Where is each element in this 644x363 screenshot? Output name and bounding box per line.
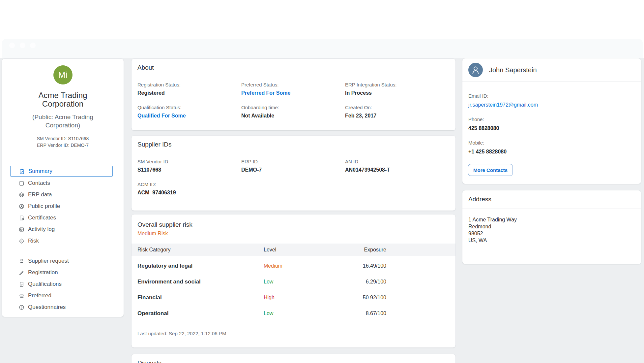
risk-level: Medium — [264, 263, 349, 269]
field-an-id: AN ID: AN01473942508-T — [345, 159, 450, 173]
address-line-country: US, WA — [468, 237, 635, 244]
field-value: S1107668 — [137, 167, 241, 173]
sidebar-item-label: Questionnaires — [28, 304, 66, 311]
primary-contact-card: John Saperstein Email ID: jr.saperstein1… — [462, 58, 641, 184]
sidebar-item-registration[interactable]: Registration — [10, 268, 113, 278]
field-acm-id: ACM ID: ACM_97406319 — [137, 182, 241, 196]
risk-category: Regulatory and legal — [137, 263, 264, 269]
contact-email-group: Email ID: jr.saperstein1972@gmail.com — [468, 93, 635, 108]
sidebar-item-supplier-request[interactable]: Supplier request — [10, 256, 113, 266]
risk-card-header: Overall supplier risk Medium Risk — [132, 214, 455, 244]
sidebar-item-erp-data[interactable]: ERP data — [10, 190, 113, 200]
about-title: About — [137, 64, 450, 71]
qualifications-icon — [19, 281, 24, 287]
contact-mobile-label: Mobile: — [468, 140, 635, 146]
field-qualification-status: Qualification Status: Qualified For Some — [137, 105, 241, 119]
about-fields: Registration Status: Registered Preferre… — [132, 75, 455, 125]
sidebar-item-label: Public profile — [28, 203, 60, 210]
registration-icon — [19, 270, 24, 276]
sidebar-item-label: Risk — [28, 238, 39, 244]
contact-phone-label: Phone: — [468, 116, 635, 122]
risk-level: High — [264, 295, 349, 301]
erp-data-icon — [19, 192, 24, 198]
risk-level: Low — [264, 279, 349, 285]
sidebar-item-questionnaires[interactable]: ? Questionnaires — [10, 302, 113, 312]
sidebar-item-public-profile[interactable]: Public profile — [10, 201, 113, 211]
window-dot-3 — [30, 43, 36, 48]
column-risk-category: Risk Category — [137, 247, 264, 253]
diversity-card: Diversity — [132, 354, 455, 363]
supplier-ids-title: Supplier IDs — [137, 141, 450, 148]
sidebar-item-risk[interactable]: Risk — [10, 236, 113, 246]
field-label: Qualification Status: — [137, 105, 241, 110]
field-label: Onboarding time: — [241, 105, 345, 110]
risk-category: Financial — [137, 294, 264, 301]
diversity-title: Diversity — [137, 359, 450, 363]
address-line-zip: 98052 — [468, 230, 635, 237]
field-label: Preferred Status: — [241, 82, 345, 87]
field-sm-vendor-id: SM Vendor ID: S1107668 — [137, 159, 241, 173]
contact-email-link[interactable]: jr.saperstein1972@gmail.com — [468, 102, 635, 108]
risk-table-header: Risk Category Level Exposure — [132, 244, 455, 256]
field-erp-integration-status: ERP Integration Status: In Process — [345, 82, 450, 96]
field-onboarding-time: Onboarding time: Not Available — [241, 105, 345, 119]
contact-card-header: John Saperstein — [462, 58, 641, 82]
sidebar-divider — [2, 250, 124, 250]
more-contacts-button[interactable]: More Contacts — [468, 164, 513, 176]
sidebar-item-label: Supplier request — [28, 258, 69, 264]
field-created-on: Created On: Feb 23, 2017 — [345, 105, 450, 119]
field-label: ERP ID: — [241, 159, 345, 164]
window-dot-1 — [9, 43, 15, 48]
field-value: DEMO-7 — [241, 167, 345, 173]
sidebar-item-contacts[interactable]: Contacts — [10, 178, 113, 188]
field-value: ACM_97406319 — [137, 190, 241, 196]
sidebar-item-summary[interactable]: Summary — [10, 166, 113, 177]
qualification-status-link[interactable]: Qualified For Some — [137, 113, 241, 119]
erp-vendor-id-line: ERP Vendor ID: DEMO-7 — [37, 142, 89, 148]
risk-exposure: 50.92/100 — [349, 295, 386, 301]
field-value: Feb 23, 2017 — [345, 113, 450, 119]
sidebar-item-qualifications[interactable]: Qualifications — [10, 279, 113, 289]
company-avatar: Mi — [53, 65, 73, 84]
risk-row-regulatory-and-legal: Regulatory and legal Medium 16.49/100 — [132, 258, 455, 274]
sm-vendor-id-line: SM Vendor ID: S1107668 — [37, 135, 89, 142]
risk-level: Low — [264, 311, 349, 316]
field-label: SM Vendor ID: — [137, 159, 241, 164]
risk-exposure: 16.49/100 — [349, 263, 386, 269]
questionnaires-icon: ? — [19, 305, 24, 310]
public-profile-icon — [19, 204, 24, 209]
preferred-status-link[interactable]: Preferred For Some — [241, 90, 345, 96]
supplier-request-icon — [19, 258, 24, 264]
risk-row-financial: Financial High 50.92/100 — [132, 290, 455, 306]
window-titlebar — [2, 39, 643, 58]
supplier-sidebar: Mi Acme Trading Corporation (Public: Acm… — [2, 59, 124, 317]
sidebar-nav-secondary: Supplier request Registration Qualificat… — [10, 256, 113, 314]
address-line-street: 1 Acme Trading Way — [468, 216, 635, 223]
about-card: About Registration Status: Registered Pr… — [132, 59, 455, 130]
sidebar-item-certificates[interactable]: Certificates — [10, 213, 113, 223]
sidebar-item-label: Registration — [28, 269, 58, 276]
risk-category: Environment and social — [137, 279, 264, 285]
contact-avatar — [468, 63, 483, 77]
sidebar-item-label: Activity log — [28, 226, 55, 233]
sidebar-item-label: Certificates — [28, 214, 56, 221]
field-label: Registration Status: — [137, 82, 241, 87]
address-title: Address — [468, 196, 635, 203]
contact-details: Email ID: jr.saperstein1972@gmail.com Ph… — [462, 82, 641, 155]
sidebar-nav-primary: Summary Contacts ERP data Public profile — [10, 166, 113, 248]
summary-icon — [19, 169, 25, 174]
company-public-name: (Public: Acme Trading Corporation) — [24, 113, 102, 129]
company-vendor-ids: SM Vendor ID: S1107668 ERP Vendor ID: DE… — [37, 135, 89, 148]
risk-category: Operational — [137, 310, 264, 317]
sidebar-item-activity-log[interactable]: Activity log — [10, 224, 113, 234]
sidebar-item-preferred[interactable]: Preferred — [10, 291, 113, 301]
sidebar-item-label: Qualifications — [28, 281, 62, 287]
column-exposure: Exposure — [349, 247, 386, 253]
preferred-icon — [19, 293, 24, 299]
svg-text:?: ? — [21, 305, 22, 309]
supplier-ids-header: Supplier IDs — [132, 136, 455, 152]
field-preferred-status: Preferred Status: Preferred For Some — [241, 82, 345, 96]
overall-risk-level: Medium Risk — [137, 231, 450, 237]
contacts-icon — [19, 181, 24, 186]
risk-exposure: 6.29/100 — [349, 279, 386, 285]
